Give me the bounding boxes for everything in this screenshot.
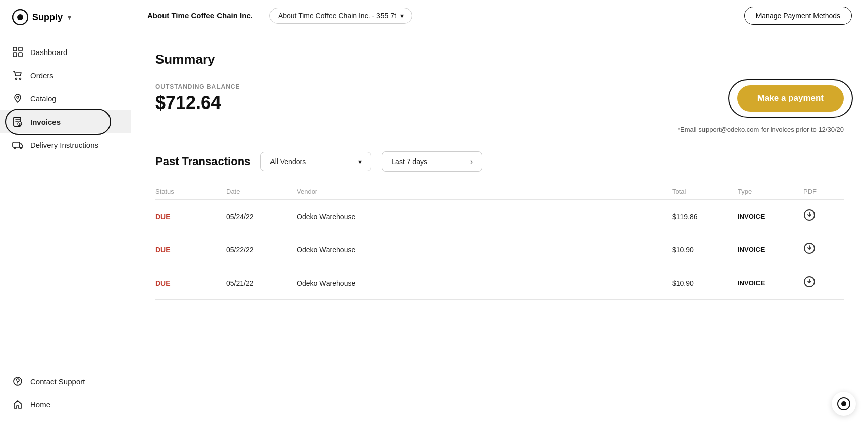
dashboard-icon: [12, 46, 23, 58]
row-0-vendor: Odeko Warehouse: [297, 212, 672, 221]
svg-point-8: [17, 96, 19, 98]
orders-icon: [12, 70, 23, 81]
table-row: DUE 05/24/22 Odeko Warehouse $119.86 INV…: [155, 200, 844, 233]
logo-icon: [12, 9, 28, 25]
row-0-total: $119.86: [672, 212, 738, 221]
row-1-total: $10.90: [672, 246, 738, 254]
contact-support-label: Contact Support: [30, 377, 85, 386]
outstanding-balance-label: OUTSTANDING BALANCE: [155, 83, 240, 90]
page-content: Summary OUTSTANDING BALANCE $712.64 Make…: [131, 31, 868, 428]
logo-chevron: ▾: [68, 14, 71, 21]
chat-icon: [837, 397, 850, 410]
email-note: *Email support@odeko.com for invoices pr…: [155, 126, 844, 133]
summary-title: Summary: [155, 51, 844, 67]
row-2-date: 05/21/22: [226, 279, 297, 287]
transactions-title: Past Transactions: [155, 155, 250, 168]
table-row: DUE 05/22/22 Odeko Warehouse $10.90 INVO…: [155, 233, 844, 266]
catalog-label: Catalog: [30, 94, 57, 103]
row-2-type: INVOICE: [738, 279, 803, 287]
col-status: Status: [155, 188, 226, 195]
col-type: Type: [738, 188, 803, 195]
row-2-pdf-download[interactable]: [803, 276, 844, 290]
svg-point-6: [16, 78, 17, 80]
date-filter-chevron: ›: [470, 157, 473, 166]
sidebar-item-invoices[interactable]: $ Invoices: [0, 110, 131, 133]
row-2-total: $10.90: [672, 279, 738, 287]
invoices-label: Invoices: [30, 118, 61, 126]
svg-point-7: [20, 78, 21, 80]
date-filter[interactable]: Last 7 days ›: [382, 151, 482, 172]
company-name: About Time Coffee Chain Inc.: [147, 11, 253, 20]
col-pdf: PDF: [803, 188, 844, 195]
app-name: Supply: [32, 12, 63, 23]
transactions-header: Past Transactions All Vendors ▾ Last 7 d…: [155, 151, 844, 172]
app-logo[interactable]: Supply ▾: [0, 0, 131, 34]
manage-payment-button[interactable]: Manage Payment Methods: [744, 7, 852, 25]
svg-rect-3: [19, 47, 22, 51]
row-0-status: DUE: [155, 212, 226, 221]
svg-point-16: [17, 384, 18, 385]
row-1-vendor: Odeko Warehouse: [297, 246, 672, 254]
svg-point-13: [14, 147, 16, 149]
date-filter-label: Last 7 days: [391, 157, 427, 166]
sidebar-bottom: Contact Support Home: [0, 363, 131, 428]
col-total: Total: [672, 188, 738, 195]
col-vendor: Vendor: [297, 188, 672, 195]
svg-point-21: [841, 401, 846, 406]
row-2-vendor: Odeko Warehouse: [297, 279, 672, 287]
main-content: About Time Coffee Chain Inc. About Time …: [131, 0, 868, 428]
header-divider: [261, 10, 261, 22]
chevron-down-icon: ▾: [400, 12, 404, 20]
table-row: DUE 05/21/22 Odeko Warehouse $10.90 INVO…: [155, 266, 844, 300]
row-0-pdf-download[interactable]: [803, 209, 844, 224]
company-selector[interactable]: About Time Coffee Chain Inc. - 355 7t ▾: [269, 8, 412, 24]
sidebar-item-home[interactable]: Home: [0, 393, 131, 416]
svg-rect-5: [19, 53, 22, 57]
sidebar-item-contact-support[interactable]: Contact Support: [0, 369, 131, 393]
outstanding-balance-block: OUTSTANDING BALANCE $712.64: [155, 83, 240, 114]
row-2-status: DUE: [155, 279, 226, 287]
row-1-status: DUE: [155, 246, 226, 254]
invoices-icon: $: [12, 116, 23, 127]
chat-widget[interactable]: [832, 392, 856, 416]
table-header-row: Status Date Vendor Total Type PDF: [155, 184, 844, 200]
sidebar-item-delivery-instructions[interactable]: Delivery Instructions: [0, 133, 131, 156]
summary-row: OUTSTANDING BALANCE $712.64 Make a payme…: [155, 83, 844, 114]
row-1-pdf-download[interactable]: [803, 242, 844, 257]
sidebar-item-orders[interactable]: Orders: [0, 64, 131, 87]
company-selector-label: About Time Coffee Chain Inc. - 355 7t: [278, 12, 396, 20]
col-date: Date: [226, 188, 297, 195]
outstanding-amount: $712.64: [155, 92, 240, 114]
svg-point-1: [17, 14, 23, 20]
home-icon: [12, 399, 23, 410]
transactions-table: Status Date Vendor Total Type PDF DUE 05…: [155, 184, 844, 300]
page-header: About Time Coffee Chain Inc. About Time …: [131, 0, 868, 31]
row-1-type: INVOICE: [738, 246, 803, 253]
make-payment-button[interactable]: Make a payment: [737, 85, 844, 112]
vendor-filter[interactable]: All Vendors ▾: [260, 152, 371, 171]
dashboard-label: Dashboard: [30, 48, 67, 57]
home-label: Home: [30, 400, 50, 409]
row-0-type: INVOICE: [738, 212, 803, 220]
sidebar-nav: Dashboard Orders Catalog $ Invoices: [0, 34, 131, 363]
sidebar-item-dashboard[interactable]: Dashboard: [0, 40, 131, 64]
orders-label: Orders: [30, 71, 53, 80]
support-icon: [12, 376, 23, 387]
sidebar: Supply ▾ Dashboard Orders Catalog: [0, 0, 131, 428]
svg-rect-2: [13, 47, 17, 51]
svg-point-14: [20, 147, 22, 149]
sidebar-item-catalog[interactable]: Catalog: [0, 87, 131, 110]
row-1-date: 05/22/22: [226, 246, 297, 254]
delivery-icon: [12, 139, 23, 150]
vendor-filter-chevron: ▾: [358, 157, 362, 166]
catalog-icon: [12, 93, 23, 104]
make-payment-wrap: Make a payment: [737, 85, 844, 112]
svg-rect-4: [13, 53, 17, 57]
delivery-instructions-label: Delivery Instructions: [30, 141, 98, 149]
svg-rect-12: [13, 142, 20, 147]
row-0-date: 05/24/22: [226, 212, 297, 221]
svg-text:$: $: [19, 123, 21, 127]
vendor-filter-label: All Vendors: [270, 157, 306, 166]
